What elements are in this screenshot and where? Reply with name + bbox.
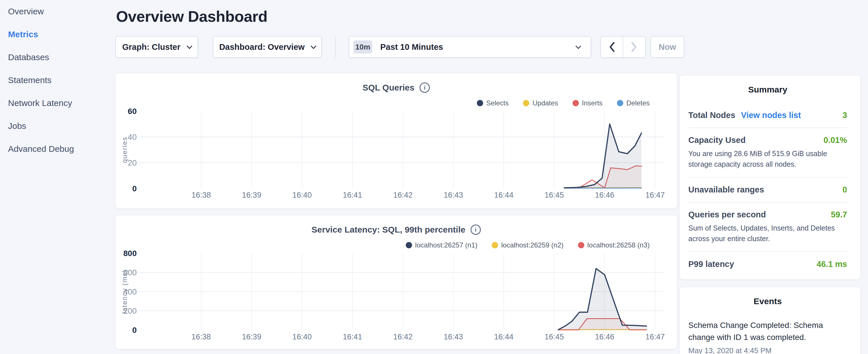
chevron-down-icon: [576, 43, 581, 49]
legend-label: localhost:26259 (n2): [501, 241, 563, 249]
summary-row-queries-per-second: Queries per second 59.7: [688, 210, 847, 219]
info-icon[interactable]: i: [470, 225, 481, 235]
x-tick-label: 16:47: [645, 191, 665, 199]
next-time-button[interactable]: [623, 37, 645, 57]
events-title: Events: [688, 296, 847, 306]
summary-row-value: 0.01%: [824, 135, 847, 145]
sql-queries-plot[interactable]: 16:3816:3916:4016:4116:4216:4316:4416:45…: [116, 73, 677, 208]
series-area: [564, 124, 641, 189]
legend-item[interactable]: Deletes: [617, 99, 650, 107]
y-tick-label: 40: [128, 133, 137, 141]
time-range-label: Past 10 Minutes: [380, 42, 443, 52]
summary-row-unavailable-ranges: Unavailable ranges 0: [688, 185, 847, 194]
legend-label: localhost:26257 (n1): [415, 241, 477, 249]
x-tick-label: 16:38: [191, 332, 211, 341]
legend-item[interactable]: Selects: [477, 99, 509, 107]
chart-legend: SelectsUpdatesInsertsDeletes: [477, 99, 650, 107]
legend-item[interactable]: Inserts: [572, 99, 602, 107]
chevron-down-icon: [311, 43, 316, 49]
time-window-badge: 10m: [353, 40, 372, 54]
legend-dot: [477, 100, 483, 106]
event-timestamp: May 13, 2020 at 4:45 PM: [688, 346, 847, 354]
legend-dot: [406, 242, 412, 248]
sidebar: Overview Metrics Databases Statements Ne…: [0, 0, 115, 160]
summary-row-total-nodes: Total Nodes View nodes list 3: [688, 110, 847, 120]
chart-legend: localhost:26257 (n1)localhost:26259 (n2)…: [406, 241, 650, 249]
chart-title: SQL Queries: [363, 83, 414, 93]
summary-row-p99-latency: P99 latency 46.1 ms: [688, 259, 847, 269]
y-tick-label: 20: [128, 158, 137, 167]
summary-row-label: Total Nodes: [688, 110, 735, 120]
y-axis-label: queries: [121, 137, 128, 163]
dashboard-selector-dropdown[interactable]: Dashboard: Overview: [213, 36, 322, 58]
x-tick-label: 16:39: [242, 332, 261, 341]
legend-item[interactable]: localhost:26257 (n1): [406, 241, 477, 249]
now-button[interactable]: Now: [651, 36, 684, 58]
divider: [688, 202, 847, 202]
sidebar-item-advanced-debug[interactable]: Advanced Debug: [0, 137, 115, 160]
x-tick-label: 16:38: [191, 191, 211, 199]
legend-label: localhost:26258 (n3): [587, 241, 650, 249]
summary-row-label: Capacity Used: [688, 135, 746, 145]
sidebar-item-jobs[interactable]: Jobs: [0, 115, 115, 137]
x-tick-label: 16:41: [343, 191, 362, 199]
x-tick-label: 16:45: [545, 332, 564, 341]
sidebar-item-overview[interactable]: Overview: [0, 0, 115, 23]
x-tick-label: 16:45: [545, 191, 564, 199]
summary-row-label: Unavailable ranges: [688, 185, 764, 194]
legend-dot: [617, 100, 623, 106]
sidebar-item-metrics[interactable]: Metrics: [0, 23, 115, 46]
prev-time-button[interactable]: [601, 37, 623, 57]
sidebar-item-statements[interactable]: Statements: [0, 69, 115, 92]
legend-label: Inserts: [582, 99, 602, 107]
now-button-label: Now: [658, 42, 676, 52]
x-tick-label: 16:46: [595, 191, 614, 199]
sidebar-item-databases[interactable]: Databases: [0, 46, 115, 69]
legend-dot: [578, 242, 584, 248]
view-nodes-list-link[interactable]: View nodes list: [741, 110, 801, 120]
event-message[interactable]: Schema Change Completed: Schema change w…: [688, 319, 826, 344]
summary-row-description: Sum of Selects, Updates, Inserts, and De…: [688, 223, 847, 244]
dashboard-selector-label: Dashboard: Overview: [219, 42, 305, 52]
summary-panel: Summary Total Nodes View nodes list 3 Ca…: [680, 75, 860, 279]
events-panel: Events Schema Change Completed: Schema c…: [680, 287, 860, 354]
page-title: Overview Dashboard: [116, 7, 267, 25]
graph-selector-label: Graph: Cluster: [122, 42, 180, 52]
y-tick-label: 60: [128, 107, 137, 116]
y-tick-label: 0: [132, 184, 137, 193]
y-axis-label: latency (ms): [121, 269, 128, 314]
y-tick-label: 800: [123, 249, 137, 258]
x-tick-label: 16:41: [343, 332, 362, 341]
legend-dot: [492, 242, 498, 248]
info-icon[interactable]: i: [420, 83, 430, 93]
summary-row-value: 0: [842, 185, 847, 194]
sidebar-item-network-latency[interactable]: Network Latency: [0, 92, 115, 115]
db-console-app: Overview Metrics Databases Statements Ne…: [0, 0, 868, 354]
legend-label: Updates: [532, 99, 558, 107]
legend-item[interactable]: Updates: [523, 99, 558, 107]
toolbar-divider: [335, 36, 336, 58]
x-tick-label: 16:44: [494, 332, 514, 341]
legend-dot: [572, 100, 579, 106]
x-tick-label: 16:39: [242, 191, 261, 199]
x-tick-label: 16:44: [494, 191, 514, 199]
summary-row-label: P99 latency: [688, 259, 734, 269]
summary-row-value: 3: [842, 110, 847, 120]
service-latency-plot[interactable]: 16:3816:3916:4016:4116:4216:4316:4416:45…: [116, 215, 677, 349]
time-range-dropdown[interactable]: 10m Past 10 Minutes: [349, 36, 591, 58]
graph-selector-dropdown[interactable]: Graph: Cluster: [116, 36, 198, 58]
summary-title: Summary: [688, 85, 847, 95]
x-tick-label: 16:42: [393, 332, 413, 341]
x-tick-label: 16:46: [595, 332, 614, 341]
divider: [688, 177, 847, 178]
summary-row-description: You are using 28.6 MiB of 515.9 GiB usab…: [688, 148, 847, 169]
chart-title: Service Latency: SQL, 99th percentile: [311, 225, 465, 234]
sql-queries-chart-card: 16:3816:3916:4016:4116:4216:4316:4416:45…: [116, 73, 677, 208]
legend-label: Selects: [486, 99, 509, 107]
legend-item[interactable]: localhost:26258 (n3): [578, 241, 650, 249]
summary-row-label: Queries per second: [688, 210, 766, 219]
legend-item[interactable]: localhost:26259 (n2): [492, 241, 563, 249]
chevron-right-icon: [630, 41, 638, 53]
x-tick-label: 16:42: [393, 191, 413, 199]
summary-row-value: 46.1 ms: [817, 259, 847, 269]
